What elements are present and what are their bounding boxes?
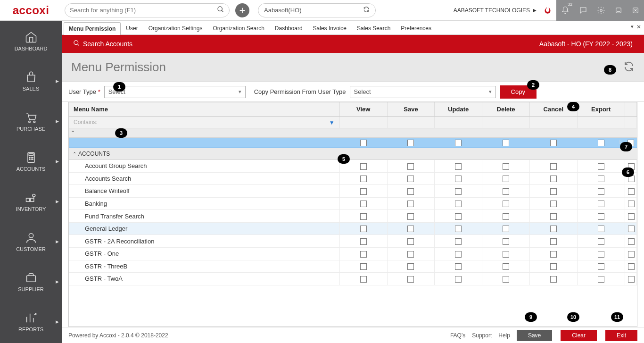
checkbox[interactable]	[550, 276, 557, 283]
checkbox[interactable]	[360, 251, 367, 258]
save-button[interactable]: Save	[517, 330, 552, 341]
sidebar-item-dashboard[interactable]: DASHBOARD	[0, 21, 62, 61]
tab-menu-permission[interactable]: Menu Permission	[64, 22, 121, 35]
copy-button[interactable]: Copy	[500, 85, 537, 99]
checkbox[interactable]	[455, 163, 462, 170]
checkbox[interactable]	[628, 251, 635, 258]
tab-user[interactable]: User	[121, 22, 143, 34]
checkbox[interactable]	[455, 213, 462, 220]
checkbox[interactable]	[550, 263, 557, 270]
checkbox[interactable]	[628, 213, 635, 220]
checkbox[interactable]	[360, 213, 367, 220]
tab-sales-invoice[interactable]: Sales Invoice	[308, 22, 352, 34]
checkbox[interactable]	[360, 238, 367, 245]
checkbox[interactable]	[360, 188, 367, 195]
sidebar-item-supplier[interactable]: SUPPLIER ▶	[0, 261, 62, 301]
chat-icon[interactable]	[574, 0, 592, 21]
checkbox[interactable]	[503, 213, 509, 220]
close-button[interactable]	[627, 0, 644, 21]
selected-summary-row[interactable]: 8	[69, 138, 637, 148]
footer-link-support[interactable]: Support	[472, 332, 492, 339]
checkbox[interactable]	[455, 251, 462, 258]
checkbox[interactable]	[503, 276, 509, 283]
copy-from-user-type-select[interactable]: Select▾	[350, 86, 496, 98]
table-row[interactable]: Account Group Search	[69, 160, 637, 173]
checkbox[interactable]	[598, 226, 604, 232]
checkbox[interactable]	[407, 140, 414, 146]
col-cancel[interactable]: Cancel	[529, 102, 577, 117]
col-view[interactable]: View	[339, 102, 387, 117]
checkbox[interactable]	[550, 201, 557, 207]
global-search[interactable]	[65, 3, 230, 17]
checkbox[interactable]	[407, 176, 414, 182]
checkbox[interactable]	[503, 238, 509, 245]
checkbox[interactable]	[455, 176, 462, 182]
checkbox[interactable]	[503, 263, 509, 270]
grid-filter-row[interactable]: Contains:▼	[69, 117, 637, 128]
clear-button[interactable]: Clear	[561, 330, 597, 341]
exit-button[interactable]: Exit	[605, 330, 637, 341]
checkbox[interactable]	[407, 188, 414, 195]
col-export[interactable]: Export	[577, 102, 625, 117]
checkbox[interactable]	[628, 163, 635, 170]
checkbox[interactable]	[598, 276, 604, 283]
checkbox[interactable]	[598, 163, 604, 170]
checkbox[interactable]	[360, 163, 367, 170]
sidebar-item-reports[interactable]: REPORTS ▶	[0, 301, 62, 342]
checkbox[interactable]	[628, 276, 635, 283]
checkbox[interactable]	[360, 226, 367, 232]
company-label[interactable]: AABASOFT TECHNOLOGIES	[454, 7, 530, 14]
col-extra[interactable]	[625, 102, 636, 117]
checkbox[interactable]	[550, 188, 557, 195]
checkbox[interactable]	[550, 140, 557, 146]
checkbox[interactable]	[628, 176, 635, 182]
checkbox[interactable]	[455, 201, 462, 207]
checkbox[interactable]	[360, 263, 367, 270]
checkbox[interactable]	[503, 201, 509, 207]
checkbox[interactable]	[360, 140, 367, 146]
sidebar-item-sales[interactable]: SALES ▶	[0, 61, 62, 101]
checkbox[interactable]	[550, 163, 557, 170]
org-selector[interactable]: Aabasoft(HO)	[258, 3, 376, 17]
tab-organization-search[interactable]: Organization Search	[207, 22, 269, 34]
group-collapse-row[interactable]: ⌃	[69, 128, 637, 138]
global-search-input[interactable]	[70, 7, 217, 14]
sidebar-item-inventory[interactable]: INVENTORY ▶	[0, 181, 62, 221]
checkbox[interactable]	[407, 263, 414, 270]
checkbox[interactable]	[550, 251, 557, 258]
checkbox[interactable]	[407, 201, 414, 207]
col-save[interactable]: Save	[387, 102, 435, 117]
filter-icon[interactable]: ▼	[329, 119, 335, 126]
col-update[interactable]: Update	[435, 102, 482, 117]
user-type-select[interactable]: Select▾	[104, 86, 246, 98]
table-row[interactable]: Fund Transfer Search	[69, 210, 637, 223]
checkbox[interactable]	[598, 251, 604, 258]
add-button[interactable]	[235, 3, 249, 17]
checkbox[interactable]	[455, 263, 462, 270]
minimize-button[interactable]	[610, 0, 627, 21]
checkbox[interactable]	[550, 226, 557, 232]
tab-dashboard[interactable]: Dashboard	[270, 22, 308, 34]
checkbox[interactable]	[598, 213, 604, 220]
col-menu-name[interactable]: Menu Name	[69, 102, 339, 117]
checkbox[interactable]	[407, 238, 414, 245]
sidebar-item-accounts[interactable]: ACCOUNTS ▶	[0, 141, 62, 181]
checkbox[interactable]	[407, 213, 414, 220]
checkbox[interactable]	[598, 188, 604, 195]
checkbox[interactable]	[407, 276, 414, 283]
checkbox[interactable]	[598, 238, 604, 245]
table-row[interactable]: GSTR - ThreeB	[69, 260, 637, 273]
checkbox[interactable]	[503, 188, 509, 195]
checkbox[interactable]	[627, 140, 634, 146]
table-row[interactable]: Banking	[69, 197, 637, 210]
table-row[interactable]: GSTR - TwoA	[69, 273, 637, 285]
checkbox[interactable]	[407, 251, 414, 258]
checkbox[interactable]	[628, 238, 635, 245]
checkbox[interactable]	[550, 213, 557, 220]
checkbox[interactable]	[503, 163, 509, 170]
sidebar-item-purchase[interactable]: PURCHASE ▶	[0, 101, 62, 141]
search-accounts-link[interactable]: Search Accounts	[83, 40, 132, 48]
checkbox[interactable]	[550, 176, 557, 182]
checkbox[interactable]	[455, 226, 462, 232]
tab-organization-settings[interactable]: Organization Settings	[143, 22, 208, 34]
